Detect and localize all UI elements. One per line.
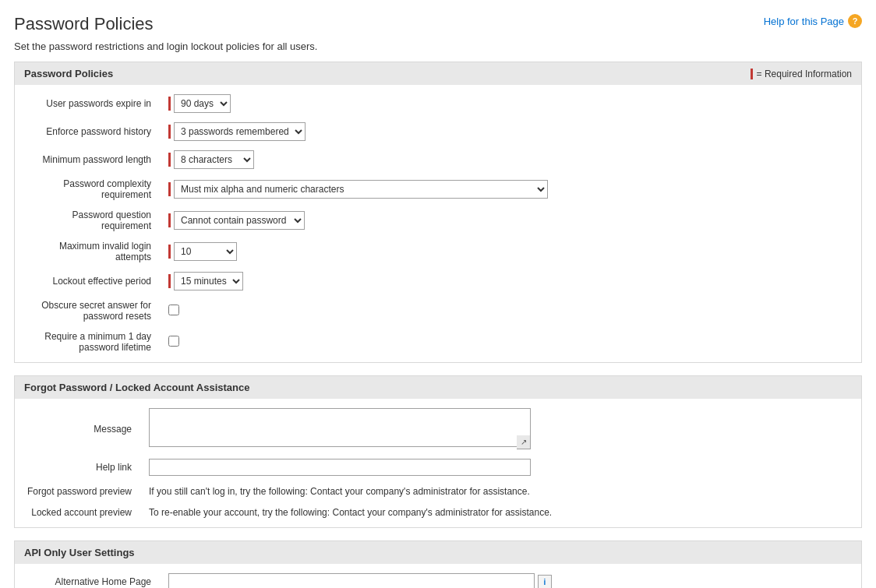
obscure-label: Obscure secret answer for password reset…	[15, 295, 159, 326]
required-bar-icon	[751, 69, 753, 79]
api-section-title: API Only User Settings	[24, 547, 135, 558]
complexity-required-indicator	[168, 182, 171, 196]
forgot-password-title: Forgot Password / Locked Account Assista…	[24, 382, 249, 393]
help-link-row: Help link	[15, 454, 861, 481]
expire-field: 90 days 30 days 60 days Never	[168, 94, 852, 113]
max-invalid-row: Maximum invalid login attempts 10 3 5 15…	[15, 236, 861, 267]
history-field: 3 passwords remembered 1 password rememb…	[168, 122, 852, 141]
question-required-indicator	[168, 213, 171, 227]
forgot-preview-row: Forgot password preview If you still can…	[15, 481, 861, 502]
complexity-field: Must mix alpha and numeric characters No…	[168, 180, 852, 199]
info-icon[interactable]: i	[538, 575, 552, 588]
obscure-checkbox[interactable]	[168, 305, 179, 315]
api-section-header: API Only User Settings	[15, 541, 861, 564]
require-lifetime-checkbox[interactable]	[168, 336, 179, 347]
history-row: Enforce password history 3 passwords rem…	[15, 118, 861, 146]
expire-row: User passwords expire in 90 days 30 days…	[15, 90, 861, 118]
min-length-label: Minimum password length	[15, 146, 159, 174]
obscure-row: Obscure secret answer for password reset…	[15, 295, 861, 326]
max-invalid-required-indicator	[168, 245, 171, 259]
lockout-required-indicator	[168, 274, 171, 288]
forgot-preview-label: Forgot password preview	[15, 481, 140, 502]
history-select[interactable]: 3 passwords remembered 1 password rememb…	[174, 122, 306, 141]
help-link[interactable]: Help for this Page ?	[764, 14, 862, 28]
api-section: API Only User Settings Alternative Home …	[14, 540, 862, 588]
min-length-select[interactable]: 8 characters 6 characters 10 characters …	[174, 150, 254, 169]
locked-preview-text: To re-enable your account, try the follo…	[149, 507, 552, 518]
page-subtitle: Set the password restrictions and login …	[0, 40, 876, 62]
history-label: Enforce password history	[15, 118, 159, 146]
message-row: Message ↗	[15, 403, 861, 454]
alt-homepage-input[interactable]	[168, 573, 535, 588]
complexity-row: Password complexity requirement Must mix…	[15, 174, 861, 205]
require-lifetime-row: Require a minimum 1 day password lifetim…	[15, 326, 861, 357]
page-title: Password Policies	[14, 14, 154, 34]
required-legend: = Required Information	[751, 69, 852, 79]
message-label: Message	[15, 403, 140, 454]
locked-preview-label: Locked account preview	[15, 502, 140, 523]
min-length-field: 8 characters 6 characters 10 characters …	[168, 150, 852, 169]
forgot-password-section: Forgot Password / Locked Account Assista…	[14, 375, 862, 528]
lockout-field: 15 minutes 30 minutes 1 hour Forever	[168, 272, 852, 290]
message-textarea[interactable]	[149, 408, 531, 447]
max-invalid-field: 10 3 5 15 Unlimited	[168, 242, 852, 261]
expire-required-indicator	[168, 97, 171, 111]
password-policies-title: Password Policies	[24, 68, 113, 79]
lockout-row: Lockout effective period 15 minutes 30 m…	[15, 267, 861, 295]
lockout-select[interactable]: 15 minutes 30 minutes 1 hour Forever	[174, 272, 243, 290]
min-length-required-indicator	[168, 153, 171, 167]
help-link-label: Help link	[15, 454, 140, 481]
message-textarea-wrapper: ↗	[149, 408, 531, 449]
locked-preview-row: Locked account preview To re-enable your…	[15, 502, 861, 523]
forgot-password-header: Forgot Password / Locked Account Assista…	[15, 376, 861, 399]
help-link-input[interactable]	[149, 459, 531, 476]
max-invalid-label: Maximum invalid login attempts	[15, 236, 159, 267]
complexity-label: Password complexity requirement	[15, 174, 159, 205]
alt-home-row: Alternative Home Page i	[15, 569, 861, 588]
expire-select[interactable]: 90 days 30 days 60 days Never	[174, 94, 231, 113]
max-invalid-select[interactable]: 10 3 5 15 Unlimited	[174, 242, 237, 261]
forgot-preview-text: If you still can't log in, try the follo…	[149, 486, 530, 497]
password-policies-section: Password Policies = Required Information…	[14, 62, 862, 363]
alt-homepage-field: i	[168, 573, 852, 588]
require-lifetime-label: Require a minimum 1 day password lifetim…	[15, 326, 159, 357]
question-select[interactable]: Cannot contain password No restriction M…	[174, 211, 305, 230]
alt-home-label: Alternative Home Page	[15, 569, 159, 588]
question-row: Password question requirement Cannot con…	[15, 205, 861, 236]
help-link-text: Help for this Page	[764, 16, 844, 27]
expand-textarea-icon[interactable]: ↗	[517, 435, 531, 449]
history-required-indicator	[168, 125, 171, 139]
complexity-select[interactable]: Must mix alpha and numeric characters No…	[174, 180, 548, 199]
min-length-row: Minimum password length 8 characters 6 c…	[15, 146, 861, 174]
question-field: Cannot contain password No restriction M…	[168, 211, 852, 230]
expire-label: User passwords expire in	[15, 90, 159, 118]
lockout-label: Lockout effective period	[15, 267, 159, 295]
password-policies-header: Password Policies = Required Information	[15, 62, 861, 85]
help-icon: ?	[848, 14, 862, 28]
question-label: Password question requirement	[15, 205, 159, 236]
